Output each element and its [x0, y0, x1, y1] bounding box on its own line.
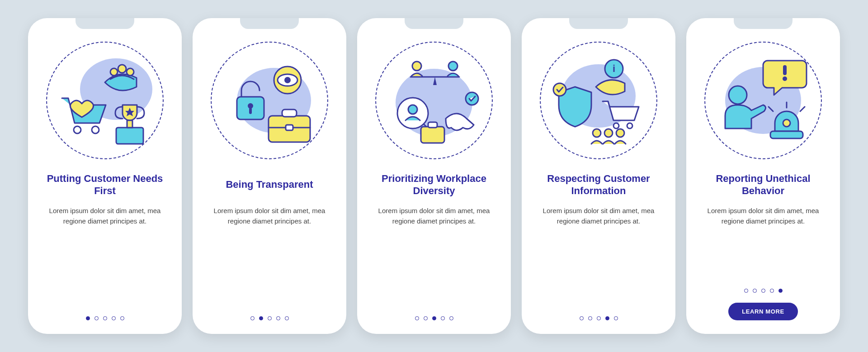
card-title: Reporting Unethical Behavior: [699, 172, 827, 197]
dot-2[interactable]: [424, 316, 428, 320]
card-title: Being Transparent: [226, 172, 313, 197]
dot-2[interactable]: [753, 289, 757, 293]
dot-1[interactable]: [250, 316, 255, 320]
customer-info-icon: i: [540, 42, 657, 159]
dot-4[interactable]: [441, 316, 445, 320]
card-desc: Lorem ipsum dolor sit dim amet, mea regi…: [542, 205, 655, 227]
phone-notch: [240, 18, 299, 29]
onboarding-card-3: Prioritizing Workplace Diversity Lorem i…: [357, 18, 511, 334]
card-title: Prioritizing Workplace Diversity: [370, 172, 498, 197]
onboarding-card-4: i Respecting Customer Inform: [522, 18, 675, 334]
card-desc: Lorem ipsum dolor sit dim amet, mea regi…: [213, 205, 326, 227]
dot-3[interactable]: [597, 316, 601, 320]
dot-5[interactable]: [614, 316, 618, 320]
dot-5[interactable]: [778, 289, 783, 293]
dot-2[interactable]: [94, 316, 99, 320]
dot-3[interactable]: [761, 289, 765, 293]
phone-notch: [75, 18, 134, 29]
dot-4[interactable]: [605, 316, 609, 320]
pagination-dots: [580, 316, 618, 320]
phone-notch: [405, 18, 463, 29]
pagination-dots: [86, 316, 124, 320]
pagination-dots: [415, 316, 453, 320]
phone-notch: [734, 18, 793, 29]
card-title: Respecting Customer Information: [534, 172, 663, 197]
dot-4[interactable]: [770, 289, 774, 293]
onboarding-card-2: Being Transparent Lorem ipsum dolor sit …: [193, 18, 346, 334]
diversity-icon: [375, 42, 493, 159]
dot-3[interactable]: [268, 316, 272, 320]
dot-3[interactable]: [432, 316, 436, 320]
learn-more-button[interactable]: LEARN MORE: [728, 303, 797, 320]
dot-5[interactable]: [449, 316, 453, 320]
dot-1[interactable]: [86, 316, 90, 320]
dot-2[interactable]: [259, 316, 263, 320]
dot-2[interactable]: [588, 316, 592, 320]
card-desc: Lorem ipsum dolor sit dim amet, mea regi…: [48, 205, 161, 227]
onboarding-card-5: Reporting Unethical Behavior Lorem ipsum…: [686, 18, 840, 334]
dot-4[interactable]: [276, 316, 280, 320]
pagination-dots: [744, 289, 783, 293]
reporting-icon: [704, 42, 822, 159]
dot-5[interactable]: [120, 316, 124, 320]
pagination-dots: [250, 316, 289, 320]
dot-1[interactable]: [415, 316, 419, 320]
card-desc: Lorem ipsum dolor sit dim amet, mea regi…: [377, 205, 491, 227]
dot-5[interactable]: [285, 316, 289, 320]
card-title: Putting Customer Needs First: [41, 172, 169, 197]
dot-1[interactable]: [744, 289, 748, 293]
dot-1[interactable]: [580, 316, 584, 320]
customer-needs-icon: [46, 42, 164, 159]
onboarding-card-1: Putting Customer Needs First Lorem ipsum…: [28, 18, 182, 334]
transparency-icon: [211, 42, 328, 159]
dot-3[interactable]: [103, 316, 107, 320]
card-desc: Lorem ipsum dolor sit dim amet, mea regi…: [707, 205, 820, 227]
phone-notch: [569, 18, 628, 29]
dot-4[interactable]: [112, 316, 116, 320]
